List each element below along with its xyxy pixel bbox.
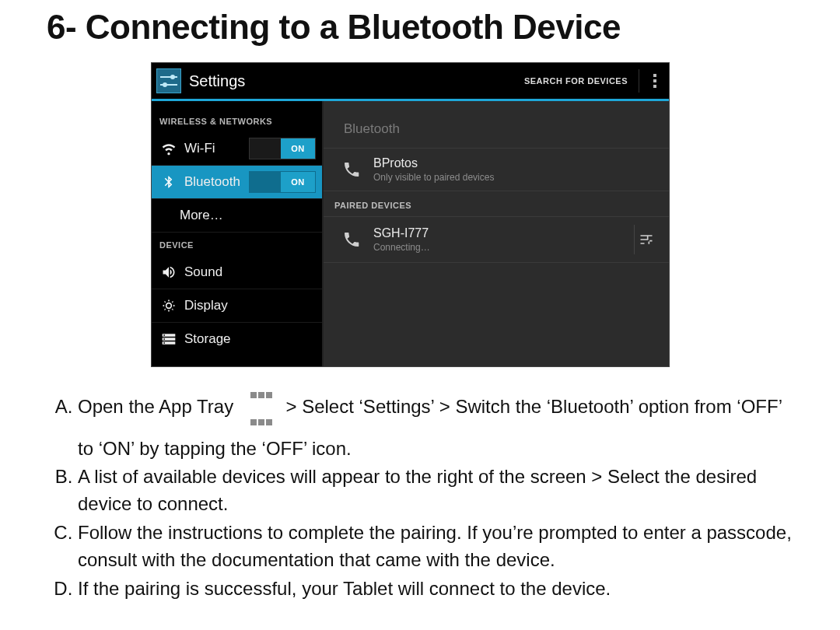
action-bar: Settings SEARCH FOR DEVICES bbox=[152, 63, 669, 101]
wifi-label: Wi-Fi bbox=[184, 141, 249, 156]
sound-icon bbox=[159, 264, 178, 280]
self-device-sub: Only visible to paired devices bbox=[373, 172, 658, 183]
wifi-icon bbox=[159, 141, 178, 156]
android-settings-screenshot: Settings SEARCH FOR DEVICES WIRELESS & N… bbox=[151, 62, 670, 367]
paired-device-name: SGH-I777 bbox=[373, 226, 634, 240]
bluetooth-pane: Bluetooth BProtos Only visible to paired… bbox=[324, 101, 669, 366]
section-device: DEVICE bbox=[152, 233, 322, 256]
step-a: Open the App Tray > Select ‘Settings’ > … bbox=[78, 381, 798, 462]
storage-label: Storage bbox=[184, 331, 316, 347]
device-row-paired[interactable]: SGH-I777 Connecting… bbox=[324, 217, 669, 263]
display-label: Display bbox=[184, 298, 316, 313]
section-wireless-networks: WIRELESS & NETWORKS bbox=[152, 101, 322, 132]
paired-device-sub: Connecting… bbox=[373, 242, 634, 253]
paired-devices-header: PAIRED DEVICES bbox=[324, 191, 669, 217]
sidebar-item-wifi[interactable]: Wi-Fi ON bbox=[152, 132, 322, 166]
sidebar-item-bluetooth[interactable]: Bluetooth ON bbox=[152, 166, 322, 199]
self-device-name: BProtos bbox=[373, 156, 658, 170]
bluetooth-label: Bluetooth bbox=[184, 174, 249, 190]
display-icon bbox=[159, 298, 178, 313]
bluetooth-toggle[interactable]: ON bbox=[249, 171, 316, 193]
phone-icon bbox=[338, 230, 366, 249]
search-for-devices-button[interactable]: SEARCH FOR DEVICES bbox=[513, 76, 639, 86]
step-b: A list of available devices will appear … bbox=[78, 464, 798, 518]
apps-grid-icon bbox=[250, 380, 273, 434]
overflow-menu-icon[interactable] bbox=[639, 69, 664, 93]
step-c: Follow the instructions to complete the … bbox=[78, 520, 798, 574]
wifi-toggle[interactable]: ON bbox=[249, 138, 316, 159]
device-settings-icon[interactable] bbox=[634, 225, 658, 254]
device-row-self[interactable]: BProtos Only visible to paired devices bbox=[324, 149, 669, 191]
storage-icon bbox=[159, 331, 178, 347]
svg-point-2 bbox=[170, 75, 175, 79]
bluetooth-icon bbox=[159, 175, 178, 189]
settings-sidebar: WIRELESS & NETWORKS Wi-Fi ON Bluetooth bbox=[152, 101, 324, 366]
action-bar-title: Settings bbox=[189, 72, 245, 90]
sidebar-item-display[interactable]: Display bbox=[152, 289, 322, 323]
svg-point-3 bbox=[163, 82, 167, 87]
sidebar-item-sound[interactable]: Sound bbox=[152, 256, 322, 289]
step-d: If the pairing is successful, your Table… bbox=[78, 576, 798, 603]
phone-icon bbox=[338, 160, 366, 179]
settings-sliders-icon bbox=[156, 68, 181, 93]
sound-label: Sound bbox=[184, 264, 316, 280]
instruction-list: Open the App Tray > Select ‘Settings’ > … bbox=[47, 381, 798, 604]
more-label: More… bbox=[180, 208, 316, 223]
right-pane-title: Bluetooth bbox=[324, 101, 669, 149]
sidebar-item-more[interactable]: More… bbox=[152, 199, 322, 233]
page-title: 6- Connecting to a Bluetooth Device bbox=[0, 0, 840, 47]
sidebar-item-storage[interactable]: Storage bbox=[152, 323, 322, 355]
